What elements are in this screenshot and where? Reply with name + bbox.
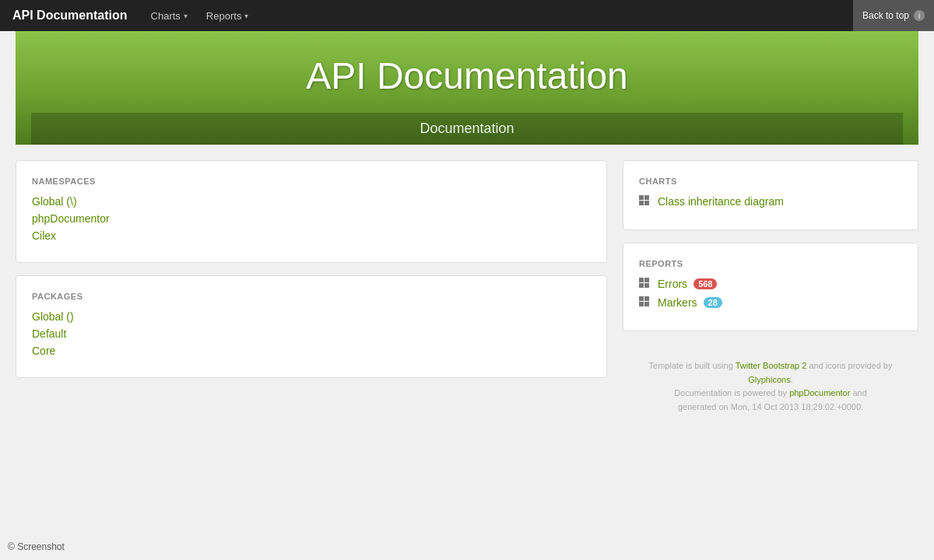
chart-inheritance-link[interactable]: Class inheritance diagram [658, 195, 784, 208]
packages-title: PACKAGES [32, 292, 591, 301]
report-markers-link[interactable]: Markers [658, 296, 697, 309]
reports-card: REPORTS Errors 568 Markers 28 [623, 243, 918, 331]
footer-line3: generated on Mon, 14 Oct 2013 18:29:02 +… [638, 401, 903, 415]
footer-line2: Documentation is powered by phpDocumento… [638, 387, 903, 401]
info-icon: i [914, 10, 925, 21]
main-content: NAMESPACES Global (\) phpDocumentor Cile… [0, 145, 934, 445]
glyphicons-link[interactable]: Glyphicons [748, 375, 790, 384]
hero-subtitle: Documentation [31, 113, 903, 145]
charts-title: CHARTS [639, 177, 902, 186]
navbar: API Documentation Charts ▾ Reports ▾ Bac… [0, 0, 934, 31]
hero-title: API Documentation [31, 54, 903, 113]
chevron-down-icon: ▾ [244, 12, 248, 20]
navbar-nav: Charts ▾ Reports ▾ [143, 5, 257, 26]
report-errors-link[interactable]: Errors [658, 278, 687, 290]
hero-banner: API Documentation Documentation [16, 31, 918, 145]
charts-card: CHARTS Class inheritance diagram [623, 160, 918, 230]
left-column: NAMESPACES Global (\) phpDocumentor Cile… [16, 160, 607, 429]
navbar-brand[interactable]: API Documentation [12, 9, 128, 23]
phpdoc-link[interactable]: phpDocumentor [789, 388, 850, 397]
nav-reports-label: Reports [206, 10, 242, 22]
package-default[interactable]: Default [32, 327, 591, 340]
right-column: CHARTS Class inheritance diagram REPORTS… [623, 160, 918, 429]
namespace-phpdocumentor[interactable]: phpDocumentor [32, 212, 591, 225]
packages-card: PACKAGES Global () Default Core [16, 275, 607, 378]
report-errors-item: Errors 568 [639, 278, 902, 290]
namespace-global[interactable]: Global (\) [32, 195, 591, 208]
chevron-down-icon: ▾ [184, 12, 188, 20]
errors-badge: 568 [693, 278, 717, 289]
footer-line1: Template is built using Twitter Bootstra… [638, 359, 903, 387]
nav-charts[interactable]: Charts ▾ [143, 5, 195, 26]
package-core[interactable]: Core [32, 345, 591, 357]
nav-reports[interactable]: Reports ▾ [198, 5, 257, 26]
markers-badge: 28 [704, 297, 722, 308]
namespace-cilex[interactable]: Cilex [32, 229, 591, 242]
twitter-bootstrap-link[interactable]: Twitter Bootstrap 2 [736, 361, 807, 370]
back-to-top-label: Back to top [862, 10, 909, 21]
report-markers-item: Markers 28 [639, 296, 902, 309]
grid-icon [639, 195, 651, 208]
chart-item: Class inheritance diagram [639, 195, 902, 208]
footer: Template is built using Twitter Bootstra… [623, 344, 918, 429]
grid-icon [639, 296, 651, 309]
namespaces-title: NAMESPACES [32, 177, 591, 186]
grid-icon [639, 278, 651, 290]
back-to-top-button[interactable]: Back to top i [853, 0, 934, 31]
package-global[interactable]: Global () [32, 310, 591, 323]
namespaces-card: NAMESPACES Global (\) phpDocumentor Cile… [16, 160, 607, 263]
reports-title: REPORTS [639, 259, 902, 268]
nav-charts-label: Charts [151, 10, 181, 22]
